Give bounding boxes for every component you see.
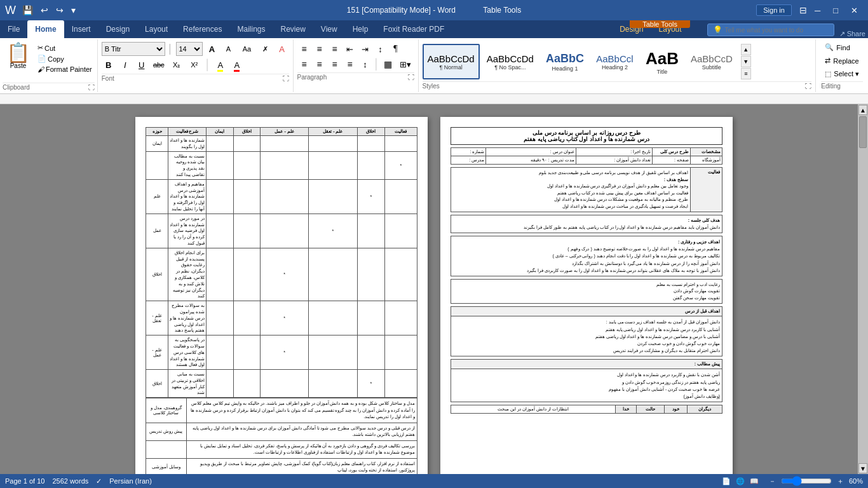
font-name-select[interactable]: B Titr — [102, 42, 165, 56]
find-icon: 🔍 — [825, 43, 834, 51]
replace-button[interactable]: ⇄ Replace — [821, 55, 863, 66]
view-print-icon[interactable]: 📄 — [722, 477, 731, 485]
tab-home[interactable]: Home — [27, 20, 64, 38]
tell-me-input[interactable] — [725, 27, 827, 34]
tab-file[interactable]: File — [0, 20, 27, 38]
pretest-table: پیش مطالب : آشن شدن با نقش و کاربرد درس … — [451, 359, 722, 402]
numbering-button[interactable]: ≡ — [313, 42, 327, 56]
bullets-button[interactable]: ≡ — [297, 42, 311, 56]
font-color-button[interactable]: A — [230, 58, 244, 72]
tab-insert[interactable]: Insert — [64, 20, 98, 38]
show-hide-button[interactable]: ¶ — [389, 42, 403, 56]
find-button[interactable]: 🔍 Find — [821, 42, 863, 53]
increase-indent-button[interactable]: ⇥ — [358, 42, 372, 56]
minimize-button[interactable]: ─ — [810, 4, 825, 17]
sort-button[interactable]: ↕ — [374, 42, 388, 56]
document-area[interactable]: فعالیت اخلاق علم - تعقل علم - عمل اخلاق … — [0, 104, 868, 474]
clear-format-icon: ✗ — [262, 45, 268, 53]
table-row: پیش مطالب : — [451, 360, 722, 369]
font-row1: B Titr │ 14 A A Aa ✗ A — [102, 42, 289, 56]
align-left-button[interactable]: ≡ — [297, 57, 311, 71]
align-center-button[interactable]: ≡ — [313, 57, 327, 71]
table-row: بررسی تکالیف فردی و گروهی و دادن بازخورد… — [146, 440, 417, 458]
table-tools-label: Table Tools — [483, 6, 521, 15]
underline-button[interactable]: U — [135, 58, 149, 72]
tab-references[interactable]: References — [175, 20, 229, 38]
zoom-level: 60% — [849, 477, 863, 485]
ribbon-display-options[interactable]: ⊟ — [799, 5, 807, 15]
save-button[interactable]: 💾 — [20, 4, 36, 17]
decrease-indent-button[interactable]: ⇤ — [343, 42, 357, 56]
ruler — [0, 94, 868, 104]
goals-table: فعالیت اهداف بر اساس تلفیق از هدف نویسی … — [451, 167, 722, 212]
clipboard-group-label: Clipboard ⛶ — [3, 83, 95, 91]
word-icon: W — [5, 4, 16, 17]
undo-button[interactable]: ↩ — [38, 4, 51, 17]
zoom-slider[interactable] — [781, 477, 832, 485]
zoom-minus[interactable]: － — [769, 477, 776, 486]
styles-launcher[interactable]: ⛶ — [805, 83, 811, 90]
paragraph-launcher[interactable]: ⛶ — [408, 74, 414, 81]
tab-help[interactable]: Help — [345, 20, 376, 38]
multilevel-button[interactable]: ≡ — [328, 42, 342, 56]
clear-format-button[interactable]: ✗ — [259, 42, 273, 56]
maximize-button[interactable]: □ — [828, 4, 843, 17]
styles-scroll-up[interactable]: ▲ — [741, 44, 751, 55]
align-right-button[interactable]: ≡ — [328, 57, 342, 71]
tab-design[interactable]: Design — [98, 20, 137, 38]
style-normal[interactable]: AaBbCcDd ¶ Normal — [423, 44, 480, 79]
italic-button[interactable]: I — [118, 58, 132, 72]
share-button[interactable]: ↗ Share — [839, 30, 865, 38]
line-spacing-button[interactable]: ↕ — [358, 57, 372, 71]
format-painter-button[interactable]: 🖌 Format Painter — [35, 65, 95, 74]
zoom-plus[interactable]: ＋ — [837, 477, 844, 486]
grow-font-button[interactable]: A — [205, 42, 219, 56]
scroll-up-button[interactable]: ▲ — [858, 105, 867, 115]
tab-mailings[interactable]: Mailings — [229, 20, 273, 38]
language-indicator: Persian (Iran) — [109, 477, 152, 485]
styles-more-button[interactable]: ≡ — [741, 68, 751, 79]
justify-button[interactable]: ≡ — [343, 57, 357, 71]
superscript-button[interactable]: X² — [187, 58, 202, 72]
cut-button[interactable]: ✂ Cut — [35, 43, 95, 53]
tab-layout[interactable]: Layout — [137, 20, 175, 38]
borders-button[interactable]: ⊞▾ — [397, 57, 414, 71]
style-heading1[interactable]: AaBbC Heading 1 — [541, 44, 589, 79]
text-highlight-button[interactable]: A — [214, 58, 227, 72]
customize-qa-button[interactable]: ▾ — [69, 4, 78, 17]
subscript-button[interactable]: X₂ — [169, 58, 184, 72]
clipboard-launcher[interactable]: ⛶ — [88, 84, 95, 91]
vertical-scrollbar[interactable]: ▲ ▼ — [858, 104, 868, 474]
select-button[interactable]: ⬚ Select ▾ — [821, 69, 863, 79]
sign-in-button[interactable]: Sign in — [756, 4, 792, 16]
font-size-select[interactable]: 14 — [176, 42, 203, 56]
paste-button[interactable]: 📋 Paste — [3, 41, 34, 72]
style-heading2[interactable]: AaBbCcl Heading 2 — [591, 44, 639, 79]
bold-button[interactable]: B — [102, 58, 116, 72]
tab-review[interactable]: Review — [273, 20, 313, 38]
view-web-icon[interactable]: 🌐 — [736, 477, 745, 485]
shading-button[interactable]: ▦ — [381, 57, 395, 71]
style-subtitle[interactable]: AaBbCcD Subtitle — [686, 44, 738, 79]
quick-access-toolbar: 💾 ↩ ↪ ▾ — [20, 4, 78, 17]
shrink-font-button[interactable]: A — [222, 42, 236, 56]
style-title[interactable]: AaB Title — [641, 44, 684, 79]
table-row: مشخصات طرح درس کلی تاریخ اجرا : عنوان در… — [451, 148, 722, 156]
scroll-thumb[interactable] — [859, 116, 867, 148]
change-case-button[interactable]: Aa — [238, 42, 256, 56]
pre-lesson-table: اهداف قبل از درس دانش آموزان قبل از آمدن… — [451, 306, 722, 356]
highlight-color-button[interactable]: A — [275, 42, 289, 56]
style-title-preview: AaB — [646, 49, 679, 69]
close-button[interactable]: ✕ — [846, 4, 863, 17]
copy-button[interactable]: 📄 Copy — [35, 54, 95, 64]
strikethrough-button[interactable]: abc — [151, 58, 166, 72]
redo-button[interactable]: ↪ — [53, 4, 66, 17]
tab-foxit[interactable]: Foxit Reader PDF — [376, 20, 452, 38]
tab-view[interactable]: View — [313, 20, 345, 38]
styles-scroll-down[interactable]: ▼ — [741, 56, 751, 67]
scroll-down-button[interactable]: ▼ — [858, 463, 867, 473]
style-no-spacing[interactable]: AaBbCcDd ¶ No Spac... — [482, 44, 539, 79]
view-read-icon[interactable]: 📖 — [750, 477, 759, 485]
tell-me-input-area[interactable]: 💡 — [707, 24, 834, 36]
font-launcher[interactable]: ⛶ — [283, 75, 289, 82]
